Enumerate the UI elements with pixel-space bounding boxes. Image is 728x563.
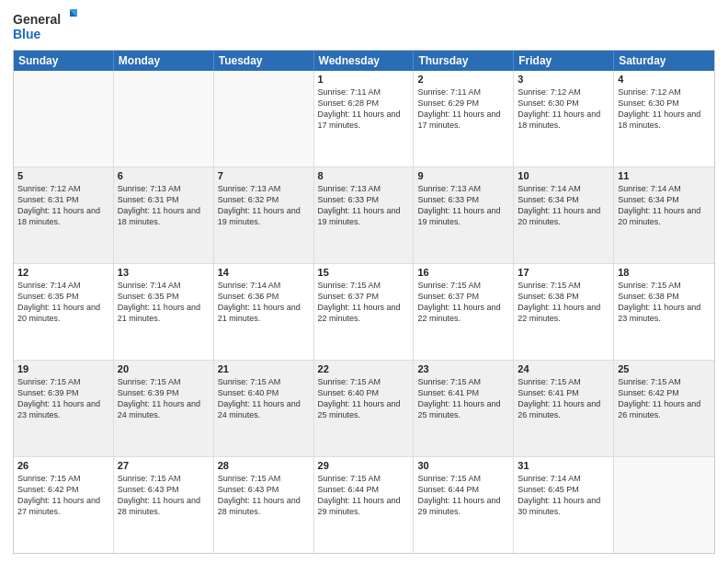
calendar-row-2: 12Sunrise: 7:14 AM Sunset: 6:35 PM Dayli… [14,264,714,361]
cell-info: Sunrise: 7:15 AM Sunset: 6:37 PM Dayligh… [318,280,410,325]
day-number: 18 [618,267,711,278]
cell-info: Sunrise: 7:13 AM Sunset: 6:33 PM Dayligh… [417,183,509,228]
calendar-header: SundayMondayTuesdayWednesdayThursdayFrid… [14,51,714,71]
calendar-cell: 14Sunrise: 7:14 AM Sunset: 6:36 PM Dayli… [214,264,314,360]
cell-info: Sunrise: 7:15 AM Sunset: 6:39 PM Dayligh… [118,376,210,421]
svg-text:General: General [13,12,61,27]
cell-info: Sunrise: 7:15 AM Sunset: 6:41 PM Dayligh… [417,376,509,421]
day-number: 2 [417,74,509,85]
cell-info: Sunrise: 7:14 AM Sunset: 6:45 PM Dayligh… [518,473,609,518]
calendar-cell: 28Sunrise: 7:15 AM Sunset: 6:43 PM Dayli… [214,457,314,553]
calendar-row-3: 19Sunrise: 7:15 AM Sunset: 6:39 PM Dayli… [14,361,714,457]
cell-info: Sunrise: 7:14 AM Sunset: 6:34 PM Dayligh… [618,183,711,228]
cell-info: Sunrise: 7:15 AM Sunset: 6:43 PM Dayligh… [218,473,310,518]
svg-text:Blue: Blue [13,27,41,41]
header-day-sunday: Sunday [14,51,114,71]
calendar-cell: 17Sunrise: 7:15 AM Sunset: 6:38 PM Dayli… [514,264,614,360]
calendar-cell: 30Sunrise: 7:15 AM Sunset: 6:44 PM Dayli… [414,457,514,553]
day-number: 24 [518,363,609,374]
logo: General Blue [13,9,77,44]
cell-info: Sunrise: 7:13 AM Sunset: 6:32 PM Dayligh… [218,183,310,228]
day-number: 11 [618,170,711,181]
calendar-cell: 10Sunrise: 7:14 AM Sunset: 6:34 PM Dayli… [514,167,614,263]
logo-svg: General Blue [13,9,77,44]
day-number: 13 [118,267,210,278]
calendar-cell: 7Sunrise: 7:13 AM Sunset: 6:32 PM Daylig… [214,167,314,263]
day-number: 4 [618,74,711,85]
cell-info: Sunrise: 7:15 AM Sunset: 6:44 PM Dayligh… [417,473,509,518]
calendar-row-0: 1Sunrise: 7:11 AM Sunset: 6:28 PM Daylig… [14,71,714,167]
day-number: 22 [318,363,410,374]
header-day-friday: Friday [514,51,614,71]
day-number: 14 [218,267,310,278]
cell-info: Sunrise: 7:15 AM Sunset: 6:42 PM Dayligh… [17,473,109,518]
calendar-cell [614,457,714,553]
calendar-cell: 31Sunrise: 7:14 AM Sunset: 6:45 PM Dayli… [514,457,614,553]
calendar-cell: 21Sunrise: 7:15 AM Sunset: 6:40 PM Dayli… [214,361,314,456]
day-number: 9 [417,170,509,181]
day-number: 15 [318,267,410,278]
header-day-saturday: Saturday [614,51,714,71]
calendar-cell: 16Sunrise: 7:15 AM Sunset: 6:37 PM Dayli… [414,264,514,360]
day-number: 21 [218,363,310,374]
cell-info: Sunrise: 7:15 AM Sunset: 6:42 PM Dayligh… [618,376,711,421]
cell-info: Sunrise: 7:13 AM Sunset: 6:33 PM Dayligh… [318,183,410,228]
page: General Blue SundayMondayTuesdayWednesda… [0,0,728,563]
day-number: 3 [518,74,609,85]
calendar-cell: 20Sunrise: 7:15 AM Sunset: 6:39 PM Dayli… [114,361,214,456]
header: General Blue [13,9,715,44]
calendar-cell: 18Sunrise: 7:15 AM Sunset: 6:38 PM Dayli… [614,264,714,360]
cell-info: Sunrise: 7:15 AM Sunset: 6:40 PM Dayligh… [318,376,410,421]
calendar-cell: 8Sunrise: 7:13 AM Sunset: 6:33 PM Daylig… [314,167,415,263]
calendar-cell: 3Sunrise: 7:12 AM Sunset: 6:30 PM Daylig… [514,71,614,167]
cell-info: Sunrise: 7:15 AM Sunset: 6:38 PM Dayligh… [518,280,609,325]
header-day-monday: Monday [114,51,214,71]
calendar-cell: 23Sunrise: 7:15 AM Sunset: 6:41 PM Dayli… [414,361,514,456]
calendar-cell: 13Sunrise: 7:14 AM Sunset: 6:35 PM Dayli… [114,264,214,360]
calendar-cell: 2Sunrise: 7:11 AM Sunset: 6:29 PM Daylig… [414,71,514,167]
calendar-cell: 19Sunrise: 7:15 AM Sunset: 6:39 PM Dayli… [14,361,114,456]
cell-info: Sunrise: 7:14 AM Sunset: 6:34 PM Dayligh… [518,183,609,228]
day-number: 30 [417,460,509,471]
cell-info: Sunrise: 7:14 AM Sunset: 6:36 PM Dayligh… [218,280,310,325]
calendar-body: 1Sunrise: 7:11 AM Sunset: 6:28 PM Daylig… [14,71,714,553]
day-number: 23 [417,363,509,374]
calendar-cell: 5Sunrise: 7:12 AM Sunset: 6:31 PM Daylig… [14,167,114,263]
calendar-cell: 29Sunrise: 7:15 AM Sunset: 6:44 PM Dayli… [314,457,415,553]
day-number: 5 [17,170,109,181]
calendar-row-1: 5Sunrise: 7:12 AM Sunset: 6:31 PM Daylig… [14,167,714,264]
calendar-cell [214,71,314,167]
cell-info: Sunrise: 7:12 AM Sunset: 6:30 PM Dayligh… [618,86,711,132]
day-number: 31 [518,460,609,471]
day-number: 10 [518,170,609,181]
header-day-tuesday: Tuesday [214,51,314,71]
calendar-cell: 1Sunrise: 7:11 AM Sunset: 6:28 PM Daylig… [314,71,415,167]
day-number: 16 [417,267,509,278]
day-number: 27 [118,460,210,471]
header-day-wednesday: Wednesday [314,51,415,71]
day-number: 7 [218,170,310,181]
calendar-cell: 12Sunrise: 7:14 AM Sunset: 6:35 PM Dayli… [14,264,114,360]
day-number: 6 [118,170,210,181]
day-number: 17 [518,267,609,278]
cell-info: Sunrise: 7:15 AM Sunset: 6:44 PM Dayligh… [318,473,410,518]
calendar-cell [114,71,214,167]
day-number: 20 [118,363,210,374]
day-number: 29 [318,460,410,471]
calendar-cell: 27Sunrise: 7:15 AM Sunset: 6:43 PM Dayli… [114,457,214,553]
day-number: 25 [618,363,711,374]
calendar: SundayMondayTuesdayWednesdayThursdayFrid… [13,50,715,554]
calendar-cell: 22Sunrise: 7:15 AM Sunset: 6:40 PM Dayli… [314,361,415,456]
cell-info: Sunrise: 7:11 AM Sunset: 6:29 PM Dayligh… [417,86,509,132]
calendar-cell: 9Sunrise: 7:13 AM Sunset: 6:33 PM Daylig… [414,167,514,263]
cell-info: Sunrise: 7:15 AM Sunset: 6:38 PM Dayligh… [618,280,711,325]
day-number: 12 [17,267,109,278]
calendar-cell: 25Sunrise: 7:15 AM Sunset: 6:42 PM Dayli… [614,361,714,456]
cell-info: Sunrise: 7:13 AM Sunset: 6:31 PM Dayligh… [118,183,210,228]
cell-info: Sunrise: 7:15 AM Sunset: 6:43 PM Dayligh… [118,473,210,518]
calendar-cell: 6Sunrise: 7:13 AM Sunset: 6:31 PM Daylig… [114,167,214,263]
cell-info: Sunrise: 7:12 AM Sunset: 6:30 PM Dayligh… [518,86,609,132]
calendar-cell: 11Sunrise: 7:14 AM Sunset: 6:34 PM Dayli… [614,167,714,263]
cell-info: Sunrise: 7:11 AM Sunset: 6:28 PM Dayligh… [318,86,410,132]
cell-info: Sunrise: 7:14 AM Sunset: 6:35 PM Dayligh… [118,280,210,325]
